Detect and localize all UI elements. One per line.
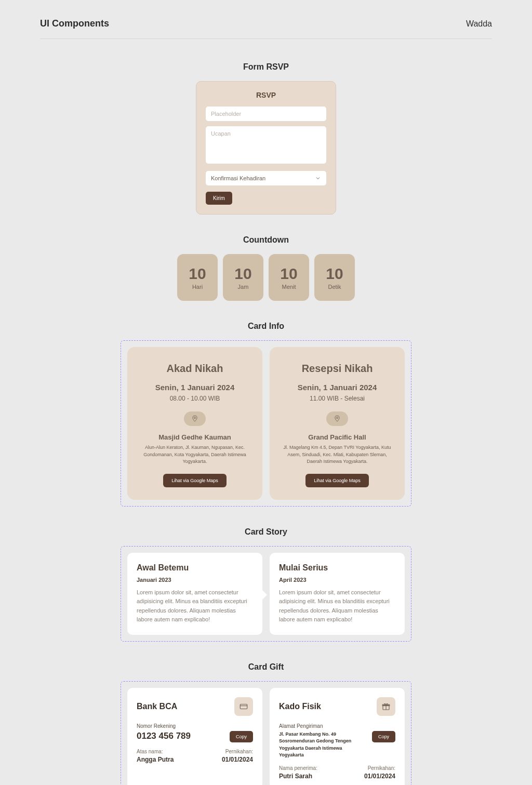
info-venue: Grand Pacific Hall bbox=[279, 433, 395, 441]
rsvp-heading: RSVP bbox=[206, 91, 326, 99]
wedding-date: 01/01/2024 bbox=[222, 756, 253, 763]
section-title-cardstory: Card Story bbox=[40, 527, 492, 537]
info-time: 08.00 - 10.00 WIB bbox=[137, 395, 253, 402]
countdown-value: 10 bbox=[234, 265, 251, 283]
info-date: Senin, 1 Januari 2024 bbox=[279, 383, 395, 392]
map-pin-icon bbox=[334, 415, 341, 422]
copy-button[interactable]: Copy bbox=[372, 731, 395, 742]
credit-card-icon bbox=[234, 697, 253, 716]
svg-rect-2 bbox=[240, 704, 247, 709]
countdown-label: Detik bbox=[328, 284, 341, 290]
owner-label: Atas nama: bbox=[137, 749, 174, 754]
wedding-date: 01/01/2024 bbox=[364, 773, 395, 780]
gift-label: Nomor Rekening bbox=[137, 723, 253, 729]
owner-name: Angga Putra bbox=[137, 756, 174, 763]
card-info-container: Akad Nikah Senin, 1 Januari 2024 08.00 -… bbox=[121, 340, 411, 507]
story-date: April 2023 bbox=[279, 577, 395, 583]
story-body: Lorem ipsum dolor sit, amet consectetur … bbox=[279, 588, 395, 624]
info-card-resepsi: Resepsi Nikah Senin, 1 Januari 2024 11.0… bbox=[270, 347, 405, 500]
speech-tail-icon bbox=[262, 590, 267, 600]
rsvp-submit-button[interactable]: Kirim bbox=[206, 192, 232, 205]
google-maps-button[interactable]: Lihat via Google Maps bbox=[163, 474, 227, 487]
gift-account-number: 0123 456 789 bbox=[137, 731, 191, 741]
info-title: Akad Nikah bbox=[137, 363, 253, 375]
section-title-countdown: Countdown bbox=[40, 235, 492, 245]
info-date: Senin, 1 Januari 2024 bbox=[137, 383, 253, 392]
story-card: Awal Betemu Januari 2023 Lorem ipsum dol… bbox=[127, 553, 262, 635]
countdown-value: 10 bbox=[326, 265, 343, 283]
section-title-rsvp: Form RSVP bbox=[40, 62, 492, 72]
date-label: Pernikahan: bbox=[364, 765, 395, 771]
countdown-value: 10 bbox=[280, 265, 297, 283]
countdown-days: 10 Hari bbox=[177, 254, 218, 301]
card-story-container: Awal Betemu Januari 2023 Lorem ipsum dol… bbox=[121, 546, 411, 642]
section-title-cardgift: Card Gift bbox=[40, 662, 492, 672]
brand-name: Wadda bbox=[466, 19, 492, 29]
gift-label: Alamat Pengiriman bbox=[279, 723, 395, 729]
svg-point-1 bbox=[337, 417, 338, 419]
info-address: Jl. Magelang Km 4.5, Depan TVRI Yogyakar… bbox=[279, 444, 395, 465]
svg-point-0 bbox=[194, 417, 196, 419]
info-title: Resepsi Nikah bbox=[279, 363, 395, 375]
page-header: UI Components Wadda bbox=[40, 18, 492, 39]
rsvp-message-input[interactable] bbox=[206, 126, 326, 164]
rsvp-card: RSVP Konfirmasi Kehadiran Kirim bbox=[196, 81, 336, 215]
gift-title: Bank BCA bbox=[137, 702, 177, 711]
gift-card-physical: Kado Fisik Alamat Pengiriman Jl. Pasar K… bbox=[270, 688, 405, 785]
countdown-hours: 10 Jam bbox=[223, 254, 263, 301]
info-address: Alun-Alun Keraton, Jl. Kauman, Ngupasan,… bbox=[137, 444, 253, 465]
countdown-label: Hari bbox=[192, 284, 203, 290]
card-gift-container: Bank BCA Nomor Rekening 0123 456 789 Cop… bbox=[121, 681, 411, 785]
location-pin-button[interactable] bbox=[326, 411, 348, 426]
story-date: Januari 2023 bbox=[137, 577, 253, 583]
gift-card-bank: Bank BCA Nomor Rekening 0123 456 789 Cop… bbox=[127, 688, 262, 785]
story-card: Mulai Serius April 2023 Lorem ipsum dolo… bbox=[270, 553, 405, 635]
date-label: Pernikahan: bbox=[222, 749, 253, 754]
gift-icon bbox=[377, 697, 395, 716]
owner-label: Nama penerima: bbox=[279, 765, 317, 771]
gift-address: Jl. Pasar Kembang No. 49 Sosromenduran G… bbox=[279, 731, 362, 759]
countdown-label: Jam bbox=[238, 284, 249, 290]
countdown-label: Menit bbox=[282, 284, 296, 290]
rsvp-select-label: Konfirmasi Kehadiran bbox=[211, 175, 265, 181]
info-venue: Masjid Gedhe Kauman bbox=[137, 433, 253, 441]
google-maps-button[interactable]: Lihat via Google Maps bbox=[305, 474, 369, 487]
info-time: 11.00 WIB - Selesai bbox=[279, 395, 395, 402]
location-pin-button[interactable] bbox=[184, 411, 206, 426]
rsvp-attendance-select[interactable]: Konfirmasi Kehadiran bbox=[206, 171, 326, 185]
page-title: UI Components bbox=[40, 18, 109, 29]
story-title: Mulai Serius bbox=[279, 563, 395, 573]
gift-title: Kado Fisik bbox=[279, 702, 321, 711]
info-card-akad: Akad Nikah Senin, 1 Januari 2024 08.00 -… bbox=[127, 347, 262, 500]
countdown-minutes: 10 Menit bbox=[269, 254, 309, 301]
countdown-value: 10 bbox=[189, 265, 206, 283]
chevron-down-icon bbox=[315, 175, 321, 181]
owner-name: Putri Sarah bbox=[279, 773, 317, 780]
countdown-row: 10 Hari 10 Jam 10 Menit 10 Detik bbox=[40, 254, 492, 301]
section-title-cardinfo: Card Info bbox=[40, 322, 492, 331]
map-pin-icon bbox=[191, 415, 198, 422]
countdown-seconds: 10 Detik bbox=[314, 254, 355, 301]
story-title: Awal Betemu bbox=[137, 563, 253, 573]
copy-button[interactable]: Copy bbox=[230, 731, 253, 742]
rsvp-name-input[interactable] bbox=[206, 107, 326, 121]
story-body: Lorem ipsum dolor sit, amet consectetur … bbox=[137, 588, 253, 624]
